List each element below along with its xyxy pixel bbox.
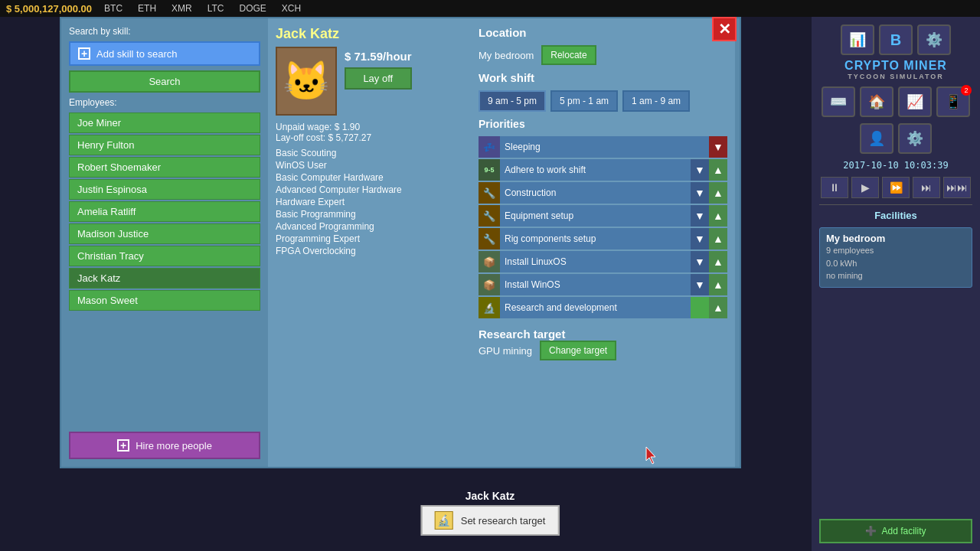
lay-off-button[interactable]: Lay off: [345, 67, 412, 90]
settings-icon-btn[interactable]: ⚙️: [898, 123, 932, 154]
employee-item-5[interactable]: Madison Justice: [69, 223, 260, 244]
priorities-title: Priorities: [479, 118, 727, 130]
priority-down-2[interactable]: ▼: [691, 182, 709, 204]
mobile-icon-btn[interactable]: 📱 2: [936, 86, 970, 117]
playback-controls: ⏸ ▶ ⏩ ⏭ ⏭⏭: [821, 177, 971, 198]
priority-row-4: 🔧 Rig components setup ▼ ▲: [479, 228, 727, 249]
priority-up-6[interactable]: ▲: [709, 274, 727, 295]
tooltip-text: Set research target: [461, 515, 546, 527]
shift-label-2: 1 am - 9 am: [632, 96, 681, 106]
wage-amount: $ 71.59/hour: [345, 50, 412, 63]
search-button[interactable]: Search: [69, 70, 260, 93]
crypto-tickers: BTC ETH XMR LTC DOGE XCH: [104, 3, 301, 14]
priority-label-0: Sleeping: [500, 142, 709, 152]
pause-btn[interactable]: ⏸: [821, 177, 848, 198]
wage-area: $ 71.59/hour Lay off: [345, 47, 412, 90]
tooltip-box: 🔬 Set research target: [421, 505, 560, 536]
skills-list: Basic Scouting WinOS User Basic Computer…: [276, 148, 463, 256]
work-shift-title: Work shift: [479, 71, 727, 84]
person-icon-btn[interactable]: 👤: [860, 123, 893, 154]
right-panel: 📊 B ⚙️ CRYPTO MINER TYCOON SIMULATOR ⌨️ …: [812, 17, 980, 551]
add-facility-label: Add facility: [881, 526, 926, 536]
shift-row: 9 am - 5 pm 5 pm - 1 am 1 am - 9 am: [479, 90, 727, 112]
hire-more-people-button[interactable]: + Hire more people: [69, 432, 260, 459]
research-target-title: Research target: [479, 328, 727, 341]
add-facility-button[interactable]: ➕ Add facility: [819, 519, 972, 543]
close-dialog-button[interactable]: ✕: [712, 17, 737, 41]
eth-ticker: ETH: [138, 3, 156, 14]
shift-btn-1[interactable]: 5 pm - 1 am: [550, 90, 618, 112]
priority-up-2[interactable]: ▲: [709, 182, 727, 204]
xmr-ticker: XMR: [172, 3, 192, 14]
play-btn[interactable]: ▶: [851, 177, 879, 198]
employee-item-3[interactable]: Justin Espinosa: [69, 179, 260, 200]
fast-fwd-btn[interactable]: ⏩: [882, 177, 910, 198]
relocate-button[interactable]: Relocate: [541, 45, 596, 65]
employee-item-0[interactable]: Joe Miner: [69, 112, 260, 133]
priority-up-5[interactable]: ▲: [709, 251, 727, 272]
main-dialog: Search by skill: + Add skill to search S…: [60, 17, 741, 468]
stats-icon-btn[interactable]: 📈: [898, 86, 932, 117]
relocate-label: Relocate: [550, 50, 586, 60]
faster-btn[interactable]: ⏭: [913, 177, 940, 198]
construction-icon: 🔧: [479, 182, 500, 204]
priority-row-0: 💤 Sleeping ▼: [479, 136, 727, 158]
priority-down-0[interactable]: ▼: [709, 136, 727, 158]
priority-up-3[interactable]: ▲: [709, 205, 727, 227]
location-title: Location: [479, 26, 727, 39]
priority-up-7[interactable]: ▲: [709, 297, 727, 318]
shift-btn-0[interactable]: 9 am - 5 pm: [479, 90, 546, 112]
employee-item-8[interactable]: Mason Sweet: [69, 290, 260, 311]
action-icons-row: ⌨️ 🏠 📈 📱 2: [822, 86, 970, 117]
research-target-label: GPU mining: [479, 345, 532, 357]
datetime-display: 2017-10-10 10:03:39: [843, 160, 948, 171]
shift-label-1: 5 pm - 1 am: [560, 96, 609, 106]
shift-btn-2[interactable]: 1 am - 9 am: [622, 90, 690, 112]
skill-5: Basic Programming: [276, 209, 463, 220]
plus-icon: +: [78, 47, 90, 60]
change-target-button[interactable]: Change target: [540, 341, 616, 360]
sleeping-icon: 💤: [479, 136, 500, 158]
skill-1: WinOS User: [276, 160, 463, 171]
gear-icon-btn[interactable]: ⚙️: [917, 24, 951, 55]
priority-label-4: Rig components setup: [500, 233, 691, 244]
priority-up-1[interactable]: ▲: [709, 159, 727, 181]
hire-plus-icon: +: [117, 439, 129, 452]
skill-0: Basic Scouting: [276, 148, 463, 158]
xch-ticker: XCH: [282, 3, 301, 14]
employee-item-2[interactable]: Robert Shoemaker: [69, 157, 260, 178]
money-display: $ 5,000,127,000.00: [6, 3, 92, 15]
employee-item-6[interactable]: Christian Tracy: [69, 246, 260, 266]
skill-6: Advanced Programming: [276, 221, 463, 232]
employee-item-4[interactable]: Amelia Ratliff: [69, 201, 260, 222]
priority-down-5[interactable]: ▼: [691, 251, 709, 272]
search-label-text: Search: [149, 76, 180, 87]
fastest-btn[interactable]: ⏭⏭: [943, 177, 971, 198]
employee-detail-panel: Jack Katz 🐱 $ 71.59/hour Lay off Unpaid …: [268, 18, 471, 467]
keyboard-icon-btn[interactable]: ⌨️: [822, 86, 855, 117]
priority-row-2: 🔧 Construction ▼ ▲: [479, 182, 727, 204]
winos-icon: 📦: [479, 274, 500, 295]
priority-row-7: 🔬 Research and development ▲: [479, 297, 727, 318]
priority-down-6[interactable]: ▼: [691, 274, 709, 295]
logo-icon-btn[interactable]: B: [879, 24, 913, 55]
skill-3: Advanced Computer Hardware: [276, 184, 463, 195]
employee-item-1[interactable]: Henry Fulton: [69, 135, 260, 155]
priority-down-1[interactable]: ▼: [691, 159, 709, 181]
priority-up-4[interactable]: ▲: [709, 228, 727, 249]
add-skill-button[interactable]: + Add skill to search: [69, 41, 260, 66]
notification-badge: 2: [961, 85, 972, 96]
priority-down-4[interactable]: ▼: [691, 228, 709, 249]
building-icon-btn[interactable]: 🏠: [860, 86, 893, 117]
priority-label-6: Install WinOS: [500, 279, 691, 290]
tooltip-icon: 🔬: [435, 511, 453, 530]
ltc-ticker: LTC: [207, 3, 224, 14]
chart-icon-btn[interactable]: 📊: [841, 24, 874, 55]
employee-item-7[interactable]: Jack Katz: [69, 268, 260, 289]
facility-name: My bedroom: [826, 233, 965, 244]
priority-row-6: 📦 Install WinOS ▼ ▲: [479, 274, 727, 295]
facility-mining: no mining: [826, 269, 965, 282]
secondary-icons-row: 👤 ⚙️: [860, 123, 932, 154]
employee-name-header: Jack Katz: [276, 26, 463, 42]
priority-down-3[interactable]: ▼: [691, 205, 709, 227]
